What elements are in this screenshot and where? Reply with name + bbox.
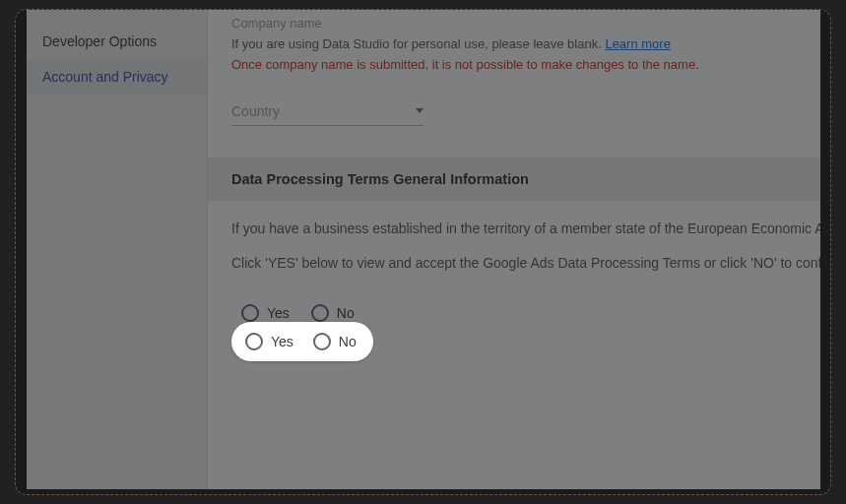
radio-no-bg[interactable]: No	[311, 304, 355, 322]
company-warning-text: Once company name is submitted, it is no…	[231, 57, 797, 72]
radio-yes[interactable]: Yes	[245, 333, 293, 350]
radio-no-label: No	[339, 334, 357, 349]
sidebar-item-label: Account and Privacy	[42, 69, 168, 85]
sidebar-item-label: Developer Options	[42, 33, 157, 49]
company-name-placeholder: Company name	[231, 16, 797, 31]
company-helper-prefix: If you are using Data Studio for persona…	[231, 36, 605, 51]
settings-window: Developer Options Account and Privacy Co…	[27, 10, 820, 489]
company-helper-text: If you are using Data Studio for persona…	[231, 34, 797, 55]
chevron-down-icon	[416, 108, 423, 113]
settings-main: Company name If you are using Data Studi…	[208, 10, 820, 489]
radio-icon	[241, 304, 259, 322]
radio-icon	[311, 304, 329, 322]
learn-more-link[interactable]: Learn more	[605, 36, 670, 51]
radio-icon	[245, 333, 263, 350]
radio-yes-label: Yes	[271, 334, 293, 349]
dpt-radio-group: Yes No	[231, 322, 373, 361]
settings-sidebar: Developer Options Account and Privacy	[27, 10, 208, 489]
country-select[interactable]: Country	[231, 99, 423, 126]
dpt-paragraph-2: Click 'YES' below to view and accept the…	[231, 253, 797, 275]
sidebar-item-developer-options[interactable]: Developer Options	[27, 24, 207, 59]
radio-yes-bg[interactable]: Yes	[241, 304, 290, 322]
dpt-paragraph-1: If you have a business established in th…	[231, 219, 797, 240]
country-placeholder: Country	[231, 103, 280, 119]
radio-no-label: No	[337, 305, 355, 321]
data-processing-body: If you have a business established in th…	[208, 201, 820, 288]
outer-frame: Developer Options Account and Privacy Co…	[15, 9, 831, 495]
company-section: Company name If you are using Data Studi…	[208, 10, 820, 136]
sidebar-item-account-privacy[interactable]: Account and Privacy	[27, 59, 207, 94]
radio-icon	[313, 333, 331, 350]
data-processing-header: Data Processing Terms General Informatio…	[208, 158, 820, 201]
radio-no[interactable]: No	[313, 333, 357, 350]
radio-yes-label: Yes	[267, 305, 290, 321]
